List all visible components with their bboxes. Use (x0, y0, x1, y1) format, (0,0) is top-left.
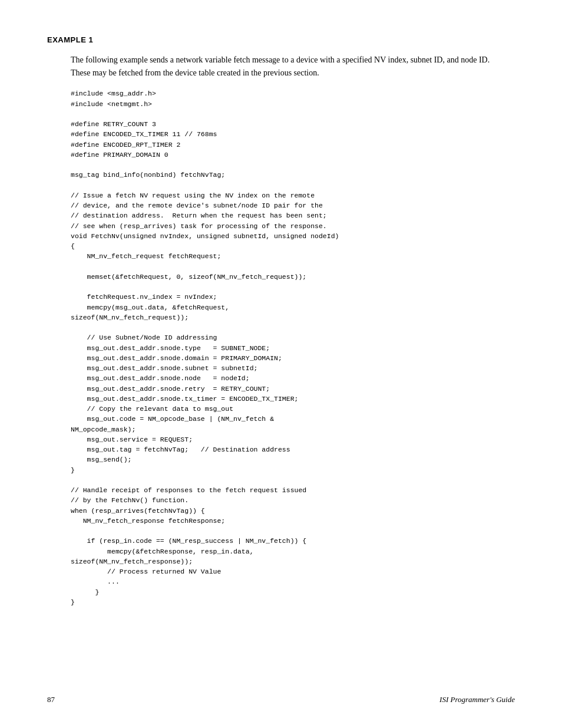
code-block: #include <msg_addr.h> #include <netmgmt.… (71, 88, 515, 607)
page-number: 87 (47, 695, 55, 704)
footer-title: ISI Programmer's Guide (439, 695, 515, 704)
page: Example 1 The following example sends a … (0, 0, 562, 728)
page-footer: 87 ISI Programmer's Guide (47, 695, 515, 704)
section-heading: Example 1 (47, 35, 515, 44)
intro-text: The following example sends a network va… (71, 54, 503, 79)
